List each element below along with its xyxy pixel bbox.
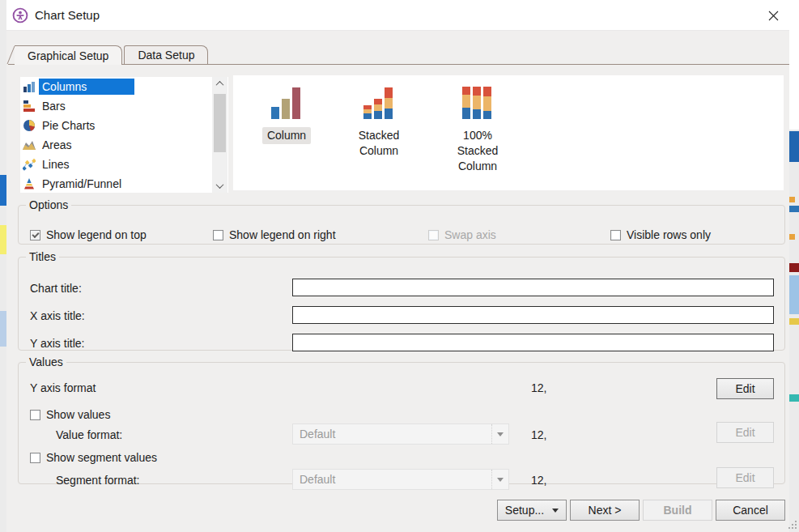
checkbox-icon [30,410,40,420]
list-item-columns[interactable]: Columns [20,77,228,96]
lines-icon [23,158,36,171]
chart-family-list[interactable]: Columns Bars Pie Charts [20,77,228,193]
tab-strip: Graphical Setup Data Setup [8,45,789,65]
close-button[interactable] [760,2,786,28]
y-axis-format-label: Y axis format [30,381,96,394]
chart-type-100-stacked-column[interactable]: 100% Stacked Column [431,82,525,190]
value-format-edit-button: Edit [716,422,774,443]
checkbox-icon [610,230,621,240]
tab-graphical-setup[interactable]: Graphical Setup [15,45,122,65]
screen: Chart Setup Graphical Setup Data Setup [0,0,799,532]
y-axis-format-edit-button[interactable]: Edit [716,378,774,399]
list-item-label: Columns [39,79,134,95]
scroll-up-button[interactable] [212,77,227,91]
next-button-label: Next > [589,504,622,517]
pie-icon [23,119,36,132]
chart-type-column[interactable]: Column [246,82,327,190]
checkbox-visible-rows-only[interactable]: Visible rows only [610,228,711,241]
list-item-lines[interactable]: Lines [20,155,228,174]
chart-title-label: Chart title: [30,282,82,295]
dropdown-button [491,470,508,489]
list-scrollbar[interactable] [212,77,227,193]
pyramid-icon [23,177,36,190]
list-item-label: Bars [39,98,69,114]
chart-type-label: 100% Stacked Column [437,127,518,175]
options-group: Options Show legend on top Show legend o… [18,198,785,245]
list-item-pyramid-funnel[interactable]: Pyramid/Funnel [20,174,228,194]
list-item-label: Pyramid/Funnel [39,176,125,192]
y-axis-title-input[interactable] [292,334,774,351]
background-fragment [789,394,799,402]
checkbox-label: Show legend on top [46,228,147,241]
segment-format-label: Segment format: [56,474,140,487]
background-fragment [0,225,6,254]
background-fragment [0,311,6,347]
column-chart-icon [269,85,304,121]
background-fragment [789,0,799,130]
segment-format-code: 12, [531,474,546,487]
checkbox-icon [213,230,223,240]
scrollbar-thumb[interactable] [214,94,226,152]
chart-type-label: Column [262,127,311,144]
background-fragment [789,197,795,202]
setup-button[interactable]: Setup... [497,500,567,521]
background-fragment [0,175,6,206]
background-fragment [789,131,799,162]
next-button[interactable]: Next > [570,500,640,521]
checkbox-label: Show segment values [46,451,157,464]
close-icon [768,11,779,21]
chart-type-stacked-column[interactable]: Stacked Column [338,82,419,190]
background-right-strip [789,0,799,532]
y-axis-title-label: Y axis title: [30,337,84,350]
cancel-button-label: Cancel [733,504,768,517]
y-axis-format-code: 12, [531,381,546,394]
background-fragment [789,263,799,272]
percent-stacked-column-chart-icon [460,85,495,121]
window-title: Chart Setup [35,8,100,22]
value-format-code: 12, [531,428,546,441]
resize-grip[interactable] [788,520,797,530]
tab-label: Graphical Setup [28,49,108,62]
setup-button-label: Setup... [505,504,544,517]
chart-setup-dialog: Chart Setup Graphical Setup Data Setup [6,0,789,532]
titles-group: Titles Chart title: X axis title: Y axis… [18,250,785,351]
list-item-bars[interactable]: Bars [20,96,228,116]
background-fragment [789,275,799,314]
segment-format-edit-button: Edit [716,467,774,488]
checkbox-swap-axis: Swap axis [428,228,496,241]
bars-icon [23,100,36,113]
x-axis-title-input[interactable] [292,306,774,324]
checkbox-show-segment-values[interactable]: Show segment values [30,451,157,464]
list-item-pie-charts[interactable]: Pie Charts [20,116,228,135]
app-logo-icon [12,7,28,23]
title-bar[interactable]: Chart Setup [6,0,789,31]
chevron-down-icon [497,432,504,436]
list-item-areas[interactable]: Areas [20,135,228,155]
stacked-column-chart-icon [361,85,397,121]
x-axis-title-label: X axis title: [30,309,85,322]
values-group: Values Y axis format 12, Edit Show value… [18,355,785,484]
cancel-button[interactable]: Cancel [716,500,785,521]
checkbox-show-legend-on-right[interactable]: Show legend on right [213,228,336,241]
checkbox-icon [428,230,439,240]
checkbox-show-legend-on-top[interactable]: Show legend on top [30,228,147,241]
background-fragment [789,318,799,325]
chevron-down-icon [497,478,504,482]
list-item-label: Lines [39,156,72,172]
tab-label: Data Setup [138,49,194,62]
scroll-down-button[interactable] [212,179,227,193]
value-format-label: Value format: [56,428,122,441]
titles-group-title: Titles [26,250,59,263]
checkbox-icon [30,230,40,240]
tab-data-setup[interactable]: Data Setup [124,45,208,64]
dropdown-button [491,424,508,444]
segment-format-dropdown: Default [292,469,509,490]
background-fragment [789,234,795,240]
checkbox-show-values[interactable]: Show values [30,408,110,421]
checkbox-label: Swap axis [444,228,496,241]
chart-title-input[interactable] [292,279,774,296]
background-left-strip [0,0,6,532]
list-item-label: Areas [39,137,75,153]
options-group-title: Options [26,198,71,211]
areas-icon [23,138,36,151]
